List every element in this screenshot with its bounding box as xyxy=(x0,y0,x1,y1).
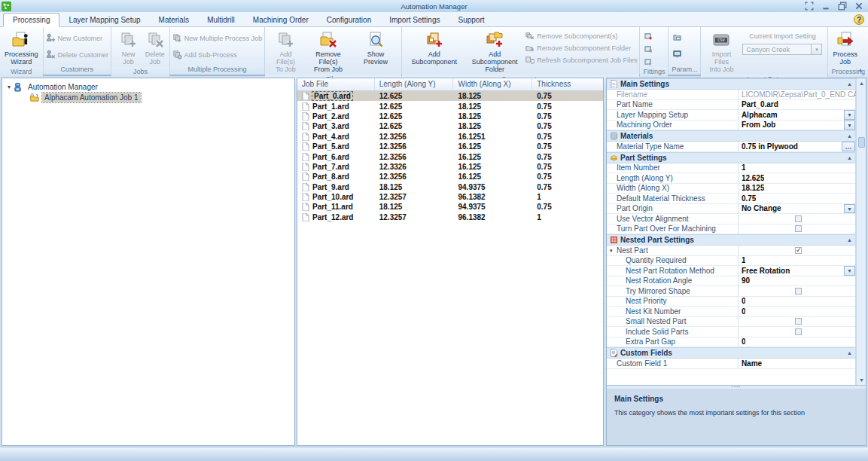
job-files-panel: Job File Length (Along Y) Width (Along X… xyxy=(297,78,604,446)
property-row[interactable]: Layer Mapping Setup Alphacam▼… xyxy=(607,110,855,121)
property-row[interactable]: Item Number 1▼… xyxy=(607,163,855,174)
collapse-icon[interactable]: ▲ xyxy=(847,81,852,87)
table-row[interactable]: Part_6.ard 12.3256 16.125 0.75 xyxy=(297,151,603,161)
close-icon[interactable] xyxy=(854,2,863,11)
fullscreen-icon[interactable] xyxy=(805,2,814,11)
part-settings-rows: Item Number 1▼… Length (Along Y) 12.625▼… xyxy=(607,163,855,235)
property-row[interactable]: ▾Nest Part ▼… xyxy=(607,246,855,256)
table-row[interactable]: Part_11.ard 18.125 94.9375 0.75 xyxy=(297,202,603,212)
folder-x-icon xyxy=(318,30,338,50)
remove-files-from-job-button[interactable]: Remove File(s) From Job xyxy=(303,29,352,75)
add-subcomponent-folder-button[interactable]: Add Subcomponent Folder xyxy=(464,29,525,75)
column-header-length[interactable]: Length (Along Y) xyxy=(375,78,454,90)
column-header-width[interactable]: Width (Along X) xyxy=(453,78,532,90)
table-row[interactable]: Part_1.ard 12.625 18.125 0.75 xyxy=(297,101,603,111)
property-row[interactable]: Custom Field 1 Name▼… xyxy=(607,359,855,369)
tree-expander-icon[interactable]: ▾ xyxy=(5,84,13,90)
add-subcomponent-button[interactable]: Add Subcomponent xyxy=(404,29,464,67)
ribbon-tab[interactable]: Support xyxy=(449,14,493,26)
section-part-settings[interactable]: Part Settings ▲ xyxy=(607,152,855,163)
ribbon-collapse-icon[interactable]: ▴ xyxy=(859,66,862,73)
restore-icon[interactable] xyxy=(838,2,847,11)
table-row[interactable]: Part_3.ard 12.625 18.125 0.75 xyxy=(297,121,603,131)
dropdown-button[interactable]: ▼ xyxy=(844,204,855,214)
collapse-icon[interactable]: ▲ xyxy=(847,133,852,139)
show-preview-button[interactable]: Show Preview xyxy=(352,29,398,67)
ribbon-tab[interactable]: Machining Order xyxy=(244,14,318,26)
table-row[interactable]: Part_8.ard 12.3256 16.125 0.75 xyxy=(297,172,603,182)
collapse-icon[interactable]: ▲ xyxy=(847,155,852,160)
section-nested-part-settings[interactable]: Nested Part Settings ▲ xyxy=(607,234,855,246)
tree-manager-icon xyxy=(13,82,23,92)
collapse-icon[interactable]: ▲ xyxy=(847,350,852,356)
main-settings-rows: Filename LICOMDIR\Zepsa\Part_0_END CAP_1… xyxy=(607,90,855,130)
page-sm-icon xyxy=(302,102,309,111)
property-row[interactable]: Part Origin No Change▼… xyxy=(607,204,855,215)
table-row[interactable]: Part_2.ard 12.625 18.125 0.75 xyxy=(297,111,603,121)
collapse-icon[interactable]: ▲ xyxy=(847,237,852,243)
table-row[interactable]: Part_12.ard 12.3257 96.1382 1 xyxy=(297,212,603,222)
property-row[interactable]: Quantity Required 1▼… xyxy=(607,256,855,267)
property-row[interactable]: Small Nested Part ▼… xyxy=(607,317,855,328)
table-row[interactable]: Part_9.ard 18.125 94.9375 0.75 xyxy=(297,182,603,192)
chevron-down-icon[interactable]: ▾ xyxy=(812,44,822,55)
property-row[interactable]: Turn Part Over For Machining ▼… xyxy=(607,224,855,235)
ribbon-tab[interactable]: Processing xyxy=(3,13,59,27)
property-row[interactable]: Part Name Part_0.ard▼… xyxy=(607,100,855,111)
property-row[interactable]: Default Material Thickness 0.75▼… xyxy=(607,194,855,204)
dropdown-button[interactable]: ▼ xyxy=(844,121,855,130)
import-setting-combobox[interactable]: Canyon Creek ▾ xyxy=(742,44,822,55)
scroll-up-icon[interactable]: ▲ xyxy=(857,78,866,88)
column-header-job-file[interactable]: Job File xyxy=(297,78,375,90)
add-fitting-icon[interactable] xyxy=(642,30,655,41)
materials-icon xyxy=(610,132,618,140)
ribbon-tab[interactable]: Layer Mapping Setup xyxy=(59,14,149,26)
dropdown-button[interactable]: ▼ xyxy=(844,266,855,276)
scrollbar[interactable]: ▲ ▼ xyxy=(856,78,866,385)
svg-text:CSV: CSV xyxy=(718,38,726,42)
table-row[interactable]: Part_10.ard 12.3257 96.1382 1 xyxy=(297,192,603,202)
property-row[interactable]: Filename LICOMDIR\Zepsa\Part_0_END CAP_1… xyxy=(607,90,855,100)
scroll-thumb[interactable] xyxy=(858,137,865,148)
section-main-settings[interactable]: Main Settings ▲ xyxy=(607,78,855,90)
section-materials[interactable]: Materials ▲ xyxy=(607,130,855,142)
property-row[interactable]: Material Type Name 0.75 in Plywood▼… xyxy=(607,142,855,152)
section-custom-fields[interactable]: Custom Fields ▲ xyxy=(607,347,855,359)
property-row[interactable]: Include Solid Parts ▼… xyxy=(607,327,855,337)
table-row[interactable]: Part_4.ard 12.3256 16.1251 0.75 xyxy=(297,132,603,142)
property-row[interactable]: Length (Along Y) 12.625▼… xyxy=(607,173,855,184)
property-row[interactable]: Nest Rotation Angle 90▼… xyxy=(607,276,855,287)
tree-item[interactable]: Alphacam Automation Job 1 xyxy=(2,92,294,102)
custom-fields-rows: Custom Field 1 Name▼… xyxy=(607,359,855,369)
nested-part-settings-rows: ▾Nest Part ▼… Quantity Required 1▼… Nest… xyxy=(607,246,855,347)
minimize-icon[interactable] xyxy=(821,2,830,11)
dropdown-button[interactable]: ▼ xyxy=(844,110,855,120)
table-row[interactable]: Part_7.ard 12.3326 16.125 0.75 xyxy=(297,162,603,172)
tree-item[interactable]: ▾ Automation Manager xyxy=(2,81,294,92)
help-button[interactable]: ? xyxy=(854,14,864,25)
property-row[interactable]: Nest Priority 0▼… xyxy=(607,297,855,307)
ribbon-tab[interactable]: Multidrill xyxy=(198,14,244,26)
table-row[interactable]: Part_0.ard 12.625 18.125 0.75 xyxy=(297,91,603,101)
ribbon-tab[interactable]: Configuration xyxy=(318,14,380,26)
property-row[interactable]: Nest Part Rotation Method Free Rotation▼… xyxy=(607,266,855,276)
property-row[interactable]: Extra Part Gap 0▼… xyxy=(607,337,855,348)
processing-wizard-button[interactable]: Processing Wizard xyxy=(2,29,41,67)
property-row[interactable]: Width (Along X) 18.125▼… xyxy=(607,184,855,194)
tree-job-icon xyxy=(29,93,39,102)
ribbon-tab[interactable]: Materials xyxy=(150,14,199,26)
table-row[interactable]: Part_5.ard 12.3256 16.125 0.75 xyxy=(297,142,603,151)
scroll-down-icon[interactable]: ▼ xyxy=(857,375,866,385)
page-sm-icon xyxy=(302,163,309,171)
delete-job-button: Delete Job xyxy=(143,29,167,67)
column-header-thickness[interactable]: Thickness xyxy=(532,78,603,90)
property-row[interactable]: Nest Kit Number 0▼… xyxy=(607,307,855,317)
property-row[interactable]: Use Vector Alignment ▼… xyxy=(607,214,855,224)
property-row[interactable]: Machining Order From Job▼… xyxy=(607,121,855,131)
property-row[interactable]: Try Mirrored Shape ▼… xyxy=(607,286,855,297)
ribbon-tab[interactable]: Import Settings xyxy=(380,14,449,26)
group-label-param: Param... xyxy=(669,65,700,75)
group-label-fittings: Fittings xyxy=(640,67,668,77)
process-job-button[interactable]: Process Job xyxy=(830,29,860,67)
ellipsis-button[interactable]: … xyxy=(842,142,855,151)
